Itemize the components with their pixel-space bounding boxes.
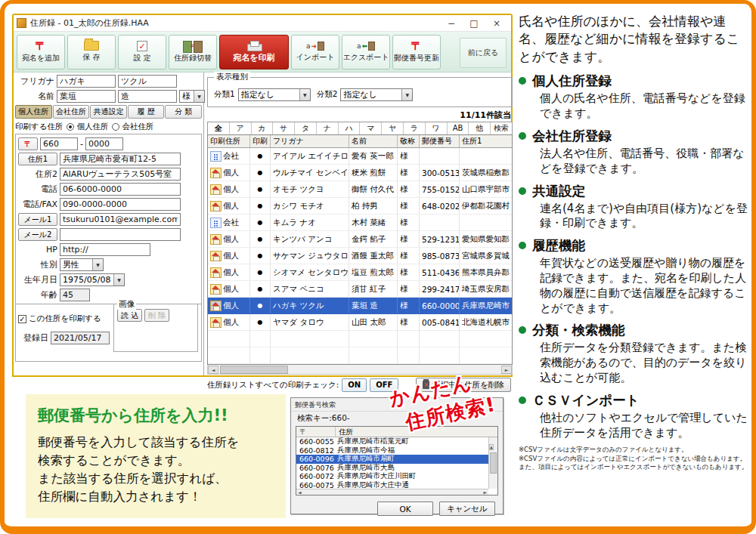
kana-tab-ab[interactable]: AB <box>448 122 469 134</box>
minimize-button[interactable]: − <box>440 16 463 31</box>
kana-tab-ta[interactable]: タ <box>295 122 317 134</box>
kana-filter-tabs: 全 ア カ サ タ ナ ハ マ ヤ ラ ワ AB 他 検索 <box>207 122 513 134</box>
table-row[interactable]: 個人 ● キンツバ アンコ 金鍔 餡子 様 529-1231 愛知県愛知郡 <box>208 231 512 248</box>
zip1-input[interactable] <box>40 137 78 150</box>
scrollbar-thumb[interactable] <box>490 452 497 474</box>
dialog-hscrollbar[interactable]: ◄ ► <box>296 489 488 495</box>
toolbar: 〒 宛名を追加 保 存 ✓ 設 定 ⇄ 住所録切替 宛名を印刷 a➜ インポート <box>14 32 511 73</box>
table-row[interactable]: 個人 ● ヤマダ タロウ 山田 太郎 様 005-0841 北海道札幌市 <box>208 314 512 331</box>
kana-tab-ya[interactable]: ヤ <box>382 122 404 134</box>
print-dot[interactable]: ● <box>250 314 271 330</box>
kana-tab-a[interactable]: ア <box>230 122 252 134</box>
scroll-up-icon[interactable]: ▲ <box>489 444 494 450</box>
kana-tab-ma[interactable]: マ <box>360 122 382 134</box>
scroll-left-icon[interactable]: ◄ <box>208 366 218 374</box>
back-button[interactable]: 前に戻る <box>460 38 507 68</box>
zip2-input[interactable] <box>85 137 123 150</box>
settings-button[interactable]: ✓ 設 定 <box>118 35 166 69</box>
kana-tab-sa[interactable]: サ <box>273 122 295 134</box>
radio-company[interactable] <box>112 123 119 131</box>
gender-select[interactable]: 男性 ▼ <box>60 258 104 271</box>
address-table: 印刷住所 印刷 フリガナ 名前 敬称 郵便番号 住所1 会社 ● アイアル エイ… <box>207 134 513 365</box>
table-row[interactable]: 個人 ● スアマ ベニコ 須甘 紅子 様 299-2417 埼玉県安房郡 <box>208 281 512 298</box>
table-row[interactable]: 会社 ● キムラ ナオ 木村 菜緒 様 <box>208 215 512 231</box>
switch-book-button[interactable]: ⇄ 住所録切替 <box>169 35 217 69</box>
cancel-button[interactable]: キャンセル <box>439 502 495 516</box>
scroll-right-icon[interactable]: ► <box>501 366 512 374</box>
table-row[interactable]: 個人 ● サケマン ジュウタロ... 酒饅 重太郎 様 985-0873 宮城県… <box>208 248 512 264</box>
mail1-input[interactable] <box>60 213 181 226</box>
table-row[interactable]: 個人 ● ウルチマイ センベイ 粳米 煎餅 様 300-0513 茨城県稲敷郡 <box>208 165 512 181</box>
print-dot[interactable]: ● <box>250 248 271 264</box>
addr1-button[interactable]: 住所1 <box>18 153 57 165</box>
furigana-first-input[interactable] <box>118 75 177 88</box>
kana-tab-other[interactable]: 他 <box>469 122 491 134</box>
name-last-input[interactable] <box>57 90 116 103</box>
print-dot[interactable]: ● <box>250 264 271 280</box>
tab-company-address[interactable]: 会社住所 <box>53 105 90 119</box>
green-ring-icon <box>519 187 526 195</box>
house-icon <box>210 168 222 178</box>
print-dot[interactable]: ● <box>250 148 271 164</box>
tab-category[interactable]: 分 類 <box>165 105 202 119</box>
category2-select[interactable]: 指定なし ▼ <box>340 88 413 101</box>
addr1-input[interactable] <box>60 153 181 165</box>
print-address-button[interactable]: 宛名を印刷 <box>219 35 289 69</box>
table-row[interactable]: 個人 ● オモチ ツクヨ 御餅 付久代 様 755-0152 山口県宇部市 <box>208 181 512 198</box>
honorific-select[interactable]: 様 ▼ <box>179 90 205 103</box>
print-dot[interactable]: ● <box>250 281 271 297</box>
zip-search-button[interactable]: 〒 <box>18 137 38 150</box>
mail1-button[interactable]: メール1 <box>18 213 57 226</box>
mail2-input[interactable] <box>60 228 181 241</box>
furigana-last-input[interactable] <box>57 75 116 88</box>
addr2-input[interactable] <box>60 168 181 181</box>
fax-input[interactable] <box>60 198 181 211</box>
name-first-input[interactable] <box>118 90 177 103</box>
print-dot[interactable]: ● <box>250 165 271 181</box>
import-button[interactable]: a➜ インポート <box>291 35 339 69</box>
kana-tab-ka[interactable]: カ <box>252 122 274 134</box>
house-icon <box>210 184 222 195</box>
kana-tab-wa[interactable]: ワ <box>426 122 448 134</box>
export-button[interactable]: a⬅ エクスポート <box>342 35 390 69</box>
check-on-button[interactable]: ON <box>342 378 367 392</box>
add-address-button[interactable]: 〒 宛名を追加 <box>17 35 65 69</box>
image-load-button[interactable]: 読 込 <box>117 309 142 322</box>
print-dot[interactable]: ● <box>250 198 271 214</box>
chevron-down-icon: ▼ <box>92 259 103 270</box>
address-list-panel: 表示種別 分類1 指定なし ▼ 分類2 指定なし ▼ <box>204 73 515 375</box>
maximize-button[interactable]: □ <box>463 16 485 31</box>
table-row[interactable]: 個人 ● カシワ モチオ 柏 持男 様 648-0202 伊都郡花園村 <box>208 198 512 215</box>
kana-tab-ha[interactable]: ハ <box>339 122 361 134</box>
kana-tab-all[interactable]: 全 <box>208 122 230 134</box>
category1-select[interactable]: 指定なし ▼ <box>238 88 311 101</box>
fax-label: 電話/FAX <box>18 199 57 210</box>
hp-input[interactable] <box>60 243 150 256</box>
ok-button[interactable]: OK <box>377 502 433 516</box>
print-dot[interactable]: ● <box>250 231 271 247</box>
print-dot[interactable]: ● <box>250 298 271 313</box>
save-button[interactable]: 保 存 <box>67 35 116 69</box>
print-dot[interactable]: ● <box>250 181 271 197</box>
image-delete-button[interactable]: 削 除 <box>144 309 169 322</box>
tel-input[interactable] <box>60 183 181 196</box>
tab-personal-address[interactable]: 個人住所 <box>15 105 52 119</box>
print-dot[interactable]: ● <box>250 215 271 230</box>
table-row[interactable]: 会社 ● アイアル エイイチロウ 愛有 英一郎 様 <box>208 148 512 165</box>
close-button[interactable]: × <box>485 16 508 31</box>
birth-select[interactable]: 1975/05/08 ▼ <box>60 273 125 286</box>
kana-tab-ra[interactable]: ラ <box>404 122 426 134</box>
mail2-button[interactable]: メール2 <box>18 228 57 241</box>
kana-tab-search[interactable]: 検索 <box>491 122 512 134</box>
zip-update-button[interactable]: 〒 郵便番号更新 <box>392 35 441 69</box>
tab-history[interactable]: 履 歴 <box>128 105 165 119</box>
scrollbar-thumb[interactable] <box>220 366 288 374</box>
green-ring-icon <box>519 132 526 140</box>
vertical-scrollbar[interactable]: ▲ <box>488 437 497 489</box>
tab-common-settings[interactable]: 共通設定 <box>90 105 127 119</box>
print-this-checkbox[interactable]: ✓ <box>18 315 26 323</box>
radio-personal[interactable] <box>67 123 74 131</box>
table-row-selected[interactable]: 個人 ● ハガキ ツクル 葉垣 造 様 660-0000 兵庫県尼崎市 <box>208 298 512 314</box>
table-row[interactable]: 個人 ● シオマメ センタロウ 塩豆 煎太郎 様 511-0436 熊本県員弁郡 <box>208 264 512 281</box>
kana-tab-na[interactable]: ナ <box>317 122 339 134</box>
